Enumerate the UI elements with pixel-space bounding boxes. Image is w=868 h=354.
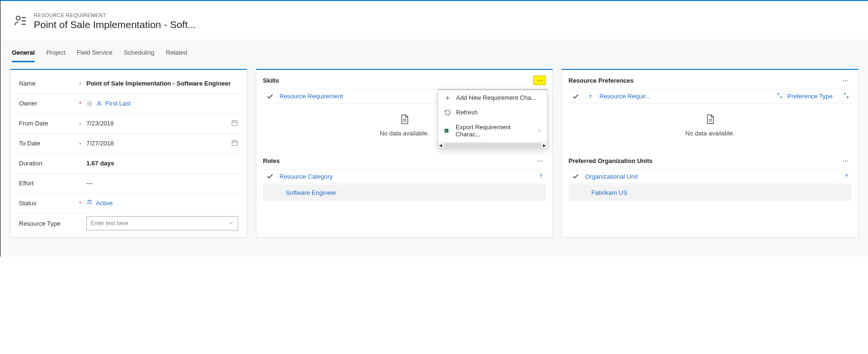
chevron-down-icon: [228, 220, 234, 227]
resource-type-select[interactable]: Enter text here: [86, 216, 238, 230]
tab-scheduling[interactable]: Scheduling: [124, 49, 154, 62]
svg-point-5: [89, 103, 91, 105]
owner-value[interactable]: First Last: [105, 100, 131, 107]
refresh-icon: [444, 109, 451, 116]
duration-label: Duration: [19, 160, 77, 167]
roles-more-button[interactable]: ⋯: [533, 156, 546, 165]
tab-general[interactable]: General: [12, 49, 35, 62]
select-all-checkbox[interactable]: [263, 93, 277, 100]
effort-label: Effort: [19, 180, 77, 187]
tab-project[interactable]: Project: [46, 49, 65, 62]
sort-arrow-up-icon: [538, 173, 544, 180]
locked-indicator: •: [77, 121, 84, 126]
scroll-right-icon: ▸: [543, 142, 546, 149]
calendar-icon[interactable]: [231, 139, 238, 148]
required-indicator: *: [77, 101, 84, 106]
svg-text:x: x: [446, 129, 447, 132]
effort-value[interactable]: ---: [84, 180, 238, 187]
prefs-more-button[interactable]: ⋯: [839, 76, 851, 85]
details-card: Name • Point of Sale Implementation - So…: [10, 69, 247, 238]
sort-arrow-up-icon[interactable]: [583, 94, 597, 99]
skills-more-button[interactable]: ⋯: [533, 76, 546, 85]
locked-indicator: •: [77, 141, 84, 146]
org-title: Preferred Organization Units: [569, 157, 653, 164]
svg-rect-11: [232, 141, 237, 145]
col-resource-category[interactable]: Resource Category: [277, 173, 546, 180]
svg-point-4: [87, 101, 92, 105]
name-label: Name: [19, 80, 77, 87]
status-value[interactable]: Active: [96, 200, 112, 207]
tab-field-service[interactable]: Field Service: [77, 49, 112, 62]
select-all-checkbox[interactable]: [263, 172, 277, 180]
prefs-title: Resource Preferences: [569, 77, 634, 84]
page-eyebrow: RESOURCE REQUIREMENT: [34, 12, 196, 18]
required-indicator: *: [77, 201, 84, 206]
skills-context-menu: Add New Requirement Cha... Refresh x Exp…: [438, 89, 548, 149]
scroll-left-icon: ◂: [439, 142, 442, 149]
owner-person-icon: [96, 100, 103, 107]
sort-updown-icon: [843, 92, 849, 100]
select-all-checkbox[interactable]: [569, 93, 583, 100]
col-resource-requirement[interactable]: Resource Requir...: [597, 92, 785, 100]
page-title: Point of Sale Implementation - Soft...: [34, 19, 196, 30]
roles-title: Roles: [263, 157, 280, 164]
excel-icon: x: [444, 127, 451, 134]
duration-value: 1.67 days: [84, 160, 238, 167]
document-icon: [569, 113, 851, 130]
resource-type-placeholder: Enter text here: [91, 220, 128, 227]
resource-type-label: Resource Type: [19, 220, 77, 227]
status-icon: [86, 199, 93, 207]
to-date-value[interactable]: 7/27/2018: [86, 140, 114, 147]
owner-target-icon: [86, 100, 93, 107]
calendar-icon[interactable]: [231, 119, 238, 128]
owner-label: Owner: [19, 100, 77, 107]
sort-updown-icon: [776, 92, 783, 100]
menu-export[interactable]: x Export Requirement Charac...: [438, 120, 547, 142]
tab-related[interactable]: Related: [166, 49, 187, 62]
svg-point-16: [90, 200, 91, 201]
svg-point-15: [88, 200, 89, 201]
roles-row[interactable]: Software Engineer: [263, 184, 546, 201]
prefs-empty-state: No data available.: [569, 104, 851, 142]
locked-indicator: •: [77, 81, 84, 86]
to-date-label: To Date: [19, 140, 77, 147]
page-header: RESOURCE REQUIREMENT Point of Sale Imple…: [0, 1, 868, 40]
svg-rect-7: [232, 121, 237, 125]
from-date-label: From Date: [19, 120, 77, 127]
skills-title: Skills: [263, 77, 279, 84]
col-org-unit[interactable]: Organizational Unit: [583, 173, 851, 180]
menu-add-new[interactable]: Add New Requirement Cha...: [438, 90, 547, 105]
org-more-button[interactable]: ⋯: [839, 156, 851, 165]
org-row[interactable]: Fabrikam US: [569, 184, 851, 201]
plus-icon: [444, 95, 451, 101]
name-value[interactable]: Point of Sale Implementation - Software …: [84, 80, 238, 87]
chevron-right-icon: [537, 127, 541, 134]
tab-bar: General Project Field Service Scheduling…: [10, 40, 859, 62]
menu-refresh[interactable]: Refresh: [438, 105, 547, 120]
col-preference-type[interactable]: Preference Type: [785, 92, 851, 100]
svg-point-6: [98, 101, 100, 103]
status-label: Status: [19, 200, 77, 207]
skills-roles-card: Skills ⋯ Resource Requirement Charac...: [256, 69, 553, 238]
from-date-value[interactable]: 7/23/2018: [86, 120, 114, 127]
menu-scrollbar[interactable]: ◂ ▸: [438, 142, 547, 148]
resource-icon: [14, 14, 27, 29]
svg-point-0: [16, 16, 20, 20]
sort-arrow-up-icon: [844, 173, 849, 180]
select-all-checkbox[interactable]: [569, 172, 583, 180]
preferences-card: Resource Preferences ⋯ Resource Requir..…: [561, 69, 859, 238]
